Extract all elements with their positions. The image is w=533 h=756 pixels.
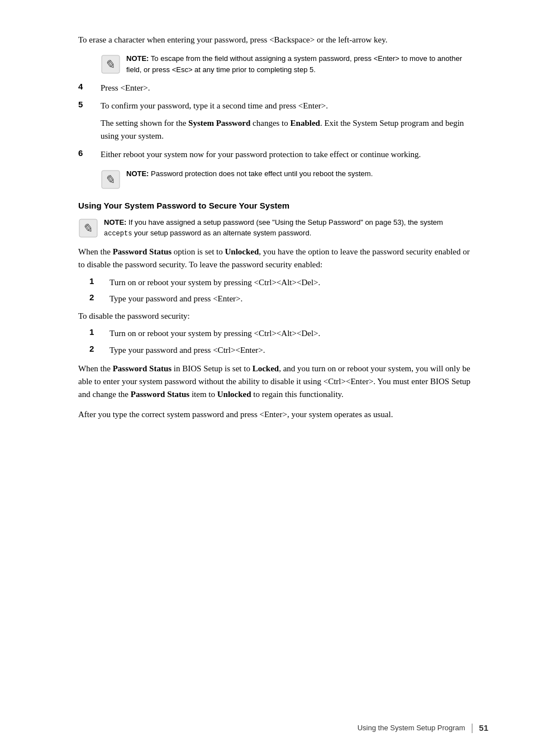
note-label-2: NOTE: xyxy=(126,169,149,178)
step-6: 6 Either reboot your system now for your… xyxy=(78,148,472,161)
step-4-content: Press <Enter>. xyxy=(101,82,150,94)
page: To erase a character when entering your … xyxy=(0,0,533,756)
note-block-2: ✎ NOTE: Password protection does not tak… xyxy=(101,168,472,190)
footer-separator: | xyxy=(471,722,474,734)
note-content-1: To escape from the field without assigni… xyxy=(126,54,462,74)
intro-paragraph: To erase a character when entering your … xyxy=(78,34,472,46)
step-4: 4 Press <Enter>. xyxy=(78,82,472,94)
footer-content: Using the System Setup Program | 51 xyxy=(358,722,488,734)
content-area: To erase a character when entering your … xyxy=(78,34,472,421)
note-icon-3: ✎ xyxy=(78,218,98,238)
enable-step-2-content: Type your password and press <Enter>. xyxy=(110,292,242,305)
disable-step-2-content: Type your password and press <Ctrl><Ente… xyxy=(110,344,265,357)
disable-step-2-num: 2 xyxy=(89,344,110,353)
note-label-3: NOTE: xyxy=(104,218,126,226)
note-text-3: NOTE: If you have assigned a setup passw… xyxy=(104,217,472,239)
note-content-2: Password protection does not take effect… xyxy=(151,169,373,178)
disable-step-1: 1 Turn on or reboot your system by press… xyxy=(89,327,472,340)
steps-list-top: 4 Press <Enter>. 5 To confirm your passw… xyxy=(78,82,472,112)
note-text-2: NOTE: Password protection does not take … xyxy=(126,168,373,179)
note-icon-2: ✎ xyxy=(101,169,121,190)
step-5-content: To confirm your password, type it a seco… xyxy=(101,100,328,112)
enable-step-2-num: 2 xyxy=(89,292,110,302)
note-text-1: NOTE: To escape from the field without a… xyxy=(126,53,472,75)
final-paragraph: After you type the correct system passwo… xyxy=(78,408,472,421)
note-content-3: If you have assigned a setup password (s… xyxy=(104,218,443,238)
section-heading: Using Your System Password to Secure You… xyxy=(78,201,472,210)
footer-page-number: 51 xyxy=(479,723,488,733)
note-icon-1: ✎ xyxy=(101,54,121,74)
enable-step-1-num: 1 xyxy=(89,276,110,286)
step-6-content: Either reboot your system now for your p… xyxy=(101,148,421,161)
step-5: 5 To confirm your password, type it a se… xyxy=(78,100,472,112)
disable-step-2: 2 Type your password and press <Ctrl><En… xyxy=(89,344,472,357)
disable-step-1-num: 1 xyxy=(89,327,110,337)
enable-steps-list: 1 Turn on or reboot your system by press… xyxy=(89,276,472,306)
enable-step-2: 2 Type your password and press <Enter>. xyxy=(89,292,472,305)
page-footer: Using the System Setup Program | 51 xyxy=(0,722,533,734)
locked-paragraph: When the Password Status in BIOS Setup i… xyxy=(78,362,472,401)
svg-text:✎: ✎ xyxy=(104,58,115,72)
enable-step-1: 1 Turn on or reboot your system by press… xyxy=(89,276,472,289)
note-block-3: ✎ NOTE: If you have assigned a setup pas… xyxy=(78,217,472,239)
disable-intro: To disable the password security: xyxy=(78,310,472,323)
disable-step-1-content: Turn on or reboot your system by pressin… xyxy=(110,327,320,340)
step-6-num: 6 xyxy=(78,148,101,158)
step-4-num: 4 xyxy=(78,82,101,91)
disable-steps-list: 1 Turn on or reboot your system by press… xyxy=(89,327,472,357)
enable-step-1-content: Turn on or reboot your system by pressin… xyxy=(110,276,320,289)
note-block-1: ✎ NOTE: To escape from the field without… xyxy=(101,53,472,75)
note-label-1: NOTE: xyxy=(126,54,149,63)
svg-text:✎: ✎ xyxy=(104,173,115,187)
step5-paragraph: The setting shown for the System Passwor… xyxy=(101,117,472,143)
footer-label: Using the System Setup Program xyxy=(358,724,465,732)
unlocked-paragraph: When the Password Status option is set t… xyxy=(78,245,472,272)
step-5-num: 5 xyxy=(78,100,101,109)
step-6-list: 6 Either reboot your system now for your… xyxy=(78,148,472,161)
svg-text:✎: ✎ xyxy=(82,221,92,235)
